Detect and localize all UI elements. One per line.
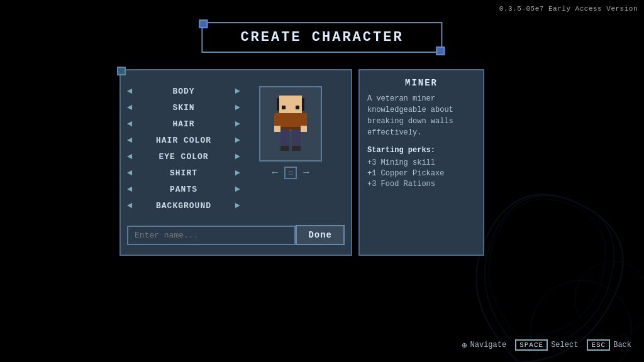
char-eye-left — [282, 106, 286, 109]
option-row-body[interactable]: ◄BODY► — [121, 83, 247, 99]
back-label: Back — [613, 341, 631, 349]
left-panel: ◄BODY►◄SKIN►◄HAIR►◄HAIR COLOR►◄EYE COLOR… — [119, 69, 352, 256]
char-hand-right — [301, 126, 307, 132]
arrow-left-0[interactable]: ◄ — [127, 86, 132, 96]
arrow-left-7[interactable]: ◄ — [127, 200, 132, 211]
nav-hints: ⊕ Navigate SPACE Select ESC Back — [462, 339, 631, 351]
char-head — [279, 96, 302, 113]
arrow-right-7[interactable]: ► — [235, 200, 240, 211]
bottom-area: Done — [121, 220, 351, 248]
option-label-1: SKIN — [132, 103, 235, 112]
options-area: ◄BODY►◄SKIN►◄HAIR►◄HAIR COLOR►◄EYE COLOR… — [121, 80, 351, 217]
arrow-left-5[interactable]: ◄ — [127, 168, 132, 178]
arrow-right-3[interactable]: ► — [235, 135, 240, 145]
svg-point-1 — [575, 261, 644, 337]
arrow-left-4[interactable]: ◄ — [127, 151, 132, 162]
char-boot-right — [292, 146, 301, 151]
navigate-label: Navigate — [470, 341, 507, 349]
char-hair-side-right — [302, 98, 304, 111]
sprite-ctrl-box[interactable]: □ — [284, 167, 297, 179]
perks-title: Starting perks: — [367, 146, 475, 155]
char-hand-left — [274, 126, 280, 132]
back-hint: ESC Back — [587, 339, 631, 351]
perk-item-2: +3 Food Rations — [367, 180, 475, 189]
arrow-right-6[interactable]: ► — [235, 184, 240, 194]
option-row-eye-color[interactable]: ◄EYE COLOR► — [121, 148, 247, 165]
esc-key: ESC — [587, 339, 610, 351]
option-label-2: HAIR — [132, 119, 235, 129]
dpad-icon: ⊕ — [462, 340, 467, 351]
main-area: ◄BODY►◄SKIN►◄HAIR►◄HAIR COLOR►◄EYE COLOR… — [119, 69, 484, 256]
option-label-4: EYE COLOR — [132, 152, 235, 162]
arrow-left-6[interactable]: ◄ — [127, 184, 132, 194]
char-pants-left — [280, 129, 289, 146]
option-row-pants[interactable]: ◄PANTS► — [121, 181, 247, 197]
page-title: CREATE CHARACTER — [240, 30, 403, 45]
arrow-left-2[interactable]: ◄ — [127, 119, 132, 129]
char-arm-left — [274, 113, 280, 127]
navigate-hint: ⊕ Navigate — [462, 340, 506, 351]
arrow-right-4[interactable]: ► — [235, 151, 240, 162]
title-container: CREATE CHARACTER — [201, 22, 442, 53]
sprite-prev-button[interactable]: ← — [272, 167, 278, 178]
char-eye-right — [296, 106, 299, 109]
space-key: SPACE — [515, 339, 548, 351]
class-name: MINER — [367, 78, 475, 88]
option-label-7: BACKGROUND — [132, 201, 235, 211]
arrow-left-1[interactable]: ◄ — [127, 102, 132, 112]
perk-item-1: +1 Copper Pickaxe — [367, 169, 475, 178]
option-row-shirt[interactable]: ◄SHIRT► — [121, 165, 247, 181]
option-row-hair-color[interactable]: ◄HAIR COLOR► — [121, 132, 247, 148]
sprite-ctrl-icon: □ — [289, 170, 292, 177]
select-hint: SPACE Select — [515, 339, 578, 351]
option-row-hair[interactable]: ◄HAIR► — [121, 116, 247, 132]
option-label-3: HAIR COLOR — [132, 136, 235, 145]
options-list: ◄BODY►◄SKIN►◄HAIR►◄HAIR COLOR►◄EYE COLOR… — [121, 80, 247, 217]
option-row-background[interactable]: ◄BACKGROUND► — [121, 197, 247, 214]
perk-item-0: +3 Mining skill — [367, 158, 475, 167]
done-button[interactable]: Done — [296, 225, 345, 245]
arrow-right-1[interactable]: ► — [235, 102, 240, 112]
option-label-6: PANTS — [132, 185, 235, 194]
class-description: A veteran miner knowledgeable about brea… — [367, 93, 475, 138]
name-input[interactable] — [127, 226, 296, 245]
arrow-left-3[interactable]: ◄ — [127, 135, 132, 145]
option-row-skin[interactable]: ◄SKIN► — [121, 99, 247, 116]
char-pants-right — [292, 129, 301, 146]
character-preview: ← □ → — [247, 80, 335, 217]
sprite-next-button[interactable]: → — [303, 167, 309, 178]
option-label-0: BODY — [132, 87, 235, 96]
option-label-5: SHIRT — [132, 168, 235, 178]
perks-list: +3 Mining skill+1 Copper Pickaxe+3 Food … — [367, 158, 475, 189]
char-arm-right — [301, 113, 307, 127]
select-label: Select — [551, 341, 578, 349]
right-panel: MINER A veteran miner knowledgeable abou… — [358, 69, 484, 256]
arrow-right-5[interactable]: ► — [235, 168, 240, 178]
sprite-controls: ← □ → — [272, 167, 309, 179]
pixel-character — [272, 96, 309, 152]
sprite-container — [259, 86, 322, 162]
arrow-right-0[interactable]: ► — [235, 86, 240, 96]
char-boot-left — [280, 146, 289, 151]
version-label: 0.3.5-05e7 Early Access Version — [499, 5, 638, 13]
arrow-right-2[interactable]: ► — [235, 119, 240, 129]
